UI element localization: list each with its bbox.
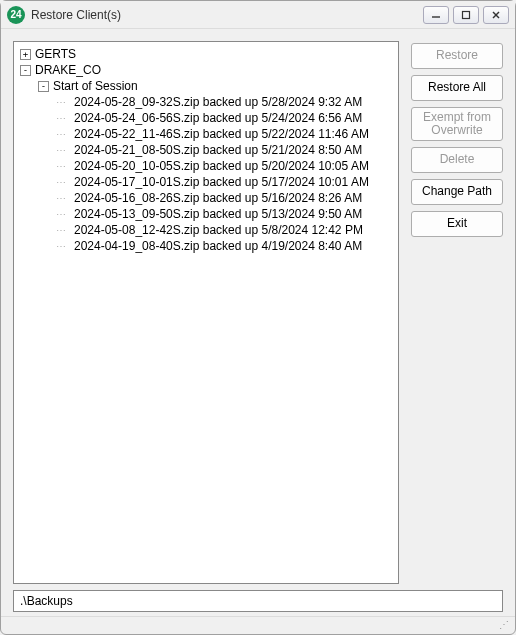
backup-tree[interactable]: +GERTS-DRAKE_CO-Start of Session⋯2024-05… — [13, 41, 399, 584]
svg-rect-1 — [463, 11, 470, 18]
minimize-button[interactable] — [423, 6, 449, 24]
tree-item[interactable]: ⋯2024-04-19_08-40S.zip backed up 4/19/20… — [16, 238, 396, 254]
tree-item-label: 2024-05-28_09-32S.zip backed up 5/28/202… — [74, 95, 362, 109]
tree-item-label: 2024-05-13_09-50S.zip backed up 5/13/202… — [74, 207, 362, 221]
tree-item[interactable]: ⋯2024-05-17_10-01S.zip backed up 5/17/20… — [16, 174, 396, 190]
tree-item-label: 2024-05-16_08-26S.zip backed up 5/16/202… — [74, 191, 362, 205]
tree-connector-icon: ⋯ — [56, 161, 74, 172]
exempt-overwrite-button: Exempt from Overwrite — [411, 107, 503, 141]
tree-connector-icon: ⋯ — [56, 193, 74, 204]
tree-item-label: 2024-05-20_10-05S.zip backed up 5/20/202… — [74, 159, 369, 173]
change-path-button[interactable]: Change Path — [411, 179, 503, 205]
tree-connector-icon: ⋯ — [56, 177, 74, 188]
tree-item[interactable]: ⋯2024-05-21_08-50S.zip backed up 5/21/20… — [16, 142, 396, 158]
delete-button: Delete — [411, 147, 503, 173]
restore-all-button[interactable]: Restore All — [411, 75, 503, 101]
tree-item[interactable]: ⋯2024-05-24_06-56S.zip backed up 5/24/20… — [16, 110, 396, 126]
collapse-icon[interactable]: - — [38, 81, 49, 92]
app-icon: 24 — [7, 6, 25, 24]
tree-item[interactable]: ⋯2024-05-22_11-46S.zip backed up 5/22/20… — [16, 126, 396, 142]
window-title: Restore Client(s) — [31, 8, 419, 22]
tree-connector-icon: ⋯ — [56, 97, 74, 108]
tree-connector-icon: ⋯ — [56, 129, 74, 140]
tree-item-label: 2024-05-24_06-56S.zip backed up 5/24/202… — [74, 111, 362, 125]
tree-item-label: 2024-05-21_08-50S.zip backed up 5/21/202… — [74, 143, 362, 157]
path-field[interactable]: .\Backups — [13, 590, 503, 612]
tree-item[interactable]: ⋯2024-05-08_12-42S.zip backed up 5/8/202… — [16, 222, 396, 238]
tree-item[interactable]: ⋯2024-05-13_09-50S.zip backed up 5/13/20… — [16, 206, 396, 222]
maximize-icon — [461, 10, 471, 20]
titlebar: 24 Restore Client(s) — [1, 1, 515, 29]
tree-connector-icon: ⋯ — [56, 113, 74, 124]
tree-item[interactable]: ⋯2024-05-28_09-32S.zip backed up 5/28/20… — [16, 94, 396, 110]
tree-connector-icon: ⋯ — [56, 145, 74, 156]
tree-item[interactable]: +GERTS — [16, 46, 396, 62]
tree-connector-icon: ⋯ — [56, 209, 74, 220]
tree-item-label: 2024-05-08_12-42S.zip backed up 5/8/2024… — [74, 223, 363, 237]
tree-item-label: 2024-04-19_08-40S.zip backed up 4/19/202… — [74, 239, 362, 253]
expand-icon[interactable]: + — [20, 49, 31, 60]
tree-item[interactable]: -DRAKE_CO — [16, 62, 396, 78]
tree-item[interactable]: -Start of Session — [16, 78, 396, 94]
minimize-icon — [431, 10, 441, 20]
tree-item-label: DRAKE_CO — [35, 63, 101, 77]
tree-connector-icon: ⋯ — [56, 225, 74, 236]
close-button[interactable] — [483, 6, 509, 24]
tree-item-label: 2024-05-17_10-01S.zip backed up 5/17/202… — [74, 175, 369, 189]
restore-button: Restore — [411, 43, 503, 69]
content-area: +GERTS-DRAKE_CO-Start of Session⋯2024-05… — [1, 29, 515, 590]
close-icon — [491, 10, 501, 20]
tree-connector-icon: ⋯ — [56, 241, 74, 252]
path-text: .\Backups — [20, 594, 73, 608]
tree-item[interactable]: ⋯2024-05-20_10-05S.zip backed up 5/20/20… — [16, 158, 396, 174]
window: 24 Restore Client(s) +GERTS-DRAKE_CO-Sta… — [0, 0, 516, 635]
button-panel: RestoreRestore AllExempt from OverwriteD… — [411, 41, 503, 584]
resize-grip[interactable]: ⋰ — [499, 620, 511, 632]
statusbar: ⋰ — [1, 616, 515, 634]
tree-item-label: Start of Session — [53, 79, 138, 93]
tree-item[interactable]: ⋯2024-05-16_08-26S.zip backed up 5/16/20… — [16, 190, 396, 206]
exit-button[interactable]: Exit — [411, 211, 503, 237]
tree-item-label: 2024-05-22_11-46S.zip backed up 5/22/202… — [74, 127, 369, 141]
maximize-button[interactable] — [453, 6, 479, 24]
tree-item-label: GERTS — [35, 47, 76, 61]
collapse-icon[interactable]: - — [20, 65, 31, 76]
